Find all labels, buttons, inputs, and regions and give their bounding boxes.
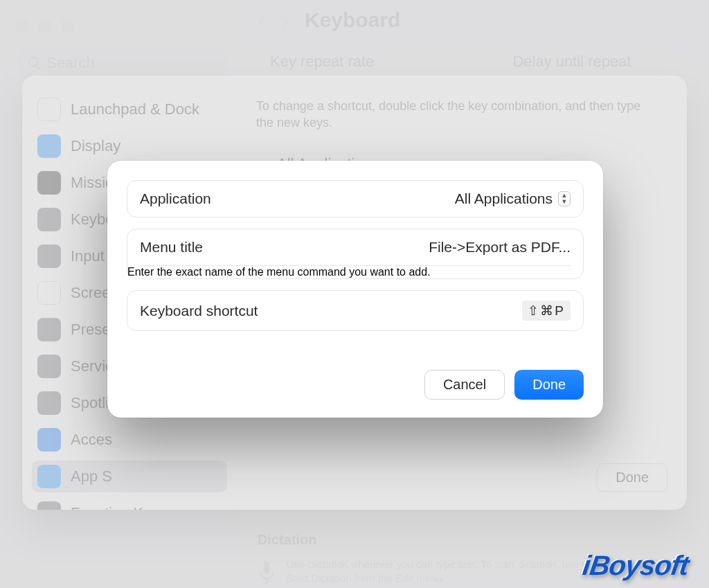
sidebar-icon: [37, 208, 61, 231]
application-field-group: Application All Applications ▲▼: [127, 180, 584, 217]
sidebar-item-label: Servic: [71, 357, 113, 375]
cancel-button[interactable]: Cancel: [424, 370, 505, 400]
sidebar-icon: [37, 244, 61, 268]
shortcuts-sidebar-item[interactable]: App S: [32, 461, 227, 492]
menu-title-value[interactable]: File->Export as PDF...: [429, 239, 571, 256]
sidebar-icon: [37, 428, 61, 452]
sidebar-icon: [37, 281, 61, 305]
watermark: iBoysoft: [581, 550, 690, 581]
application-value: All Applications: [455, 190, 553, 207]
sidebar-icon: [37, 355, 61, 378]
done-button[interactable]: Done: [514, 370, 584, 400]
sidebar-item-label: Launchpad & Dock: [71, 100, 199, 118]
forward-button[interactable]: ›: [281, 8, 288, 32]
keyboard-shortcut-value[interactable]: ⇧⌘P: [522, 301, 571, 321]
back-button[interactable]: ‹: [258, 8, 264, 32]
close-window-button[interactable]: [15, 19, 28, 33]
sidebar-item-label: Acces: [71, 431, 112, 449]
sidebar-item-label: Prese: [71, 321, 110, 339]
sidebar-icon: [37, 171, 61, 195]
keyboard-shortcut-field-group: Keyboard shortcut ⇧⌘P: [127, 290, 584, 331]
page-title: Keyboard: [305, 8, 400, 32]
keyboard-shortcut-label: Keyboard shortcut: [140, 303, 258, 319]
shortcuts-sidebar-item[interactable]: Launchpad & Dock: [32, 93, 227, 125]
application-popup[interactable]: All Applications ▲▼: [455, 190, 571, 207]
sidebar-item-label: Function Keys: [71, 504, 167, 510]
menu-title-help: Enter the exact name of the menu command…: [127, 266, 583, 278]
svg-rect-0: [264, 562, 269, 574]
keyboard-shortcut-row[interactable]: Keyboard shortcut ⇧⌘P: [127, 291, 583, 330]
sidebar-icon: [37, 318, 61, 341]
add-shortcut-dialog: Application All Applications ▲▼ Menu tit…: [107, 161, 603, 418]
zoom-window-button[interactable]: [61, 19, 74, 33]
sidebar-icon: [37, 134, 61, 158]
minimize-window-button[interactable]: [38, 19, 51, 33]
menu-title-row[interactable]: Menu title File->Export as PDF...: [127, 229, 583, 265]
delay-until-repeat-label: Delay until repeat: [512, 53, 631, 71]
search-input[interactable]: [46, 54, 217, 72]
application-label: Application: [140, 190, 211, 207]
popup-stepper-icon: ▲▼: [558, 191, 571, 206]
microphone-icon: [258, 558, 275, 588]
menu-title-label: Menu title: [140, 239, 203, 256]
sidebar-item-label: App S: [71, 467, 112, 485]
shortcuts-helper-text: To change a shortcut, double click the k…: [256, 98, 644, 132]
sidebar-item-label: Input: [71, 247, 105, 265]
search-icon: [27, 55, 42, 71]
shortcuts-sidebar-item[interactable]: Function Keys: [32, 497, 227, 510]
application-row[interactable]: Application All Applications ▲▼: [127, 181, 583, 217]
sidebar-icon: [37, 391, 61, 415]
shortcuts-sidebar-item[interactable]: Display: [32, 130, 227, 162]
sidebar-item-label: Display: [71, 137, 120, 155]
search-field[interactable]: [18, 48, 226, 78]
window-controls[interactable]: [15, 19, 74, 33]
sidebar-item-label: Scree: [71, 284, 110, 302]
key-repeat-label: Key repeat rate: [270, 53, 374, 71]
menu-title-field-group: Menu title File->Export as PDF... Enter …: [127, 229, 584, 279]
shortcuts-sidebar-item[interactable]: Acces: [32, 424, 227, 456]
sidebar-icon: [37, 501, 61, 510]
sheet-done-button[interactable]: Done: [597, 463, 667, 492]
sidebar-icon: [37, 98, 61, 121]
sidebar-icon: [37, 465, 61, 488]
sidebar-item-label: Spotli: [71, 394, 109, 412]
dictation-heading: Dictation: [258, 532, 317, 548]
